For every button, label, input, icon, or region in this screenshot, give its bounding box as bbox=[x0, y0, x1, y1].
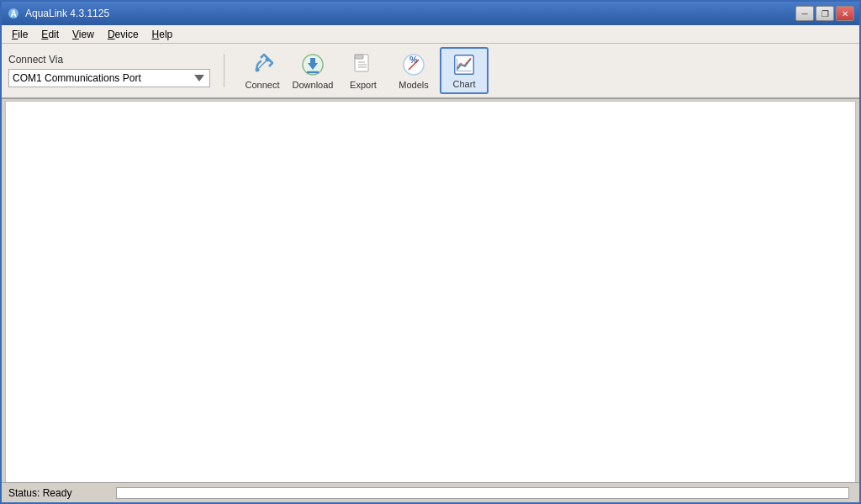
svg-text:A: A bbox=[10, 9, 16, 18]
toolbar: Connect Via COM1 Communications Port COM… bbox=[2, 44, 859, 99]
models-label: Models bbox=[399, 80, 428, 90]
chart-icon bbox=[451, 52, 478, 77]
svg-point-3 bbox=[266, 58, 270, 62]
models-button[interactable]: % Models bbox=[389, 47, 438, 94]
main-content-area bbox=[5, 101, 856, 501]
menu-device[interactable]: Device bbox=[101, 27, 145, 42]
download-label: Download bbox=[293, 80, 334, 90]
menu-file[interactable]: File bbox=[5, 27, 34, 42]
menu-bar: File Edit View Device Help bbox=[2, 25, 859, 44]
download-button[interactable]: Download bbox=[288, 47, 337, 94]
svg-rect-9 bbox=[355, 55, 363, 59]
svg-point-2 bbox=[256, 68, 260, 72]
menu-help[interactable]: Help bbox=[145, 27, 180, 42]
status-bar: Status: Ready bbox=[2, 482, 859, 502]
export-icon bbox=[350, 51, 377, 78]
menu-edit[interactable]: Edit bbox=[34, 27, 66, 42]
connect-label: Connect bbox=[246, 80, 280, 90]
restore-button[interactable]: ❐ bbox=[816, 6, 834, 21]
menu-view[interactable]: View bbox=[66, 27, 101, 42]
connect-via-section: Connect Via COM1 Communications Port COM… bbox=[8, 54, 224, 87]
chart-button[interactable]: Chart bbox=[440, 47, 489, 94]
window-controls: ─ ❐ ✕ bbox=[795, 6, 854, 21]
progress-bar bbox=[116, 487, 849, 499]
download-icon bbox=[299, 51, 326, 78]
connect-via-label: Connect Via bbox=[8, 54, 210, 66]
minimize-button[interactable]: ─ bbox=[795, 6, 814, 21]
title-text: AquaLink 4.3.1125 bbox=[25, 8, 109, 19]
app-icon: A bbox=[7, 7, 20, 20]
toolbar-buttons: Connect Download bbox=[238, 47, 489, 94]
title-bar: A AquaLink 4.3.1125 ─ ❐ ✕ bbox=[2, 2, 859, 25]
models-icon: % bbox=[400, 51, 427, 78]
close-button[interactable]: ✕ bbox=[836, 6, 854, 21]
export-button[interactable]: Export bbox=[339, 47, 388, 94]
export-label: Export bbox=[350, 80, 377, 90]
status-value: Ready bbox=[43, 487, 72, 499]
chart-label: Chart bbox=[453, 79, 476, 89]
status-label: Status: bbox=[8, 487, 43, 499]
svg-text:%: % bbox=[409, 55, 418, 65]
connect-icon bbox=[249, 51, 276, 78]
com-port-select[interactable]: COM1 Communications Port COM2 Communicat… bbox=[8, 69, 210, 87]
status-text: Status: Ready bbox=[8, 487, 109, 499]
connect-button[interactable]: Connect bbox=[238, 47, 287, 94]
title-bar-left: A AquaLink 4.3.1125 bbox=[7, 7, 109, 20]
application-window: A AquaLink 4.3.1125 ─ ❐ ✕ File Edit View… bbox=[0, 0, 861, 504]
